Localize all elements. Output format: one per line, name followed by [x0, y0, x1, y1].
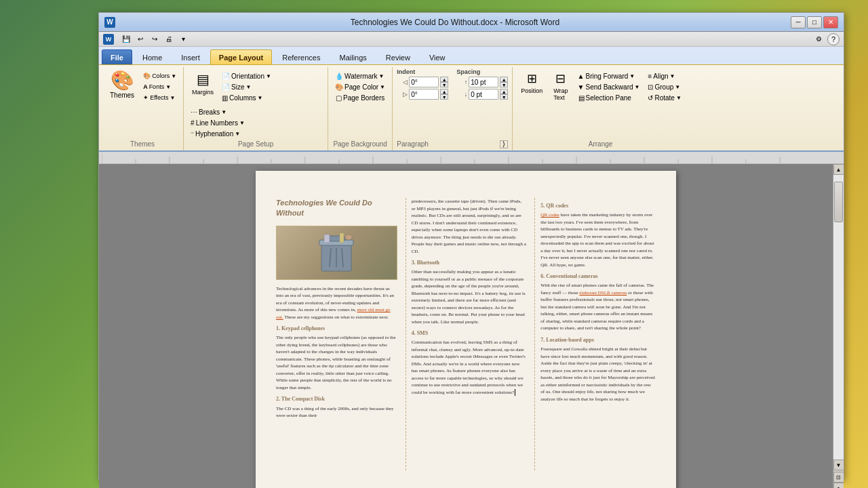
close-button[interactable]: ✕	[823, 16, 838, 28]
tab-view[interactable]: View	[420, 49, 454, 64]
prev-page-button[interactable]: ⊡	[833, 472, 844, 483]
page-color-button[interactable]: 🎨 Page Color ▼	[332, 82, 388, 92]
window-controls: ─ □ ✕	[791, 16, 838, 28]
vertical-scrollbar[interactable]: ▲ ▼ ⊡ ● ⊡	[833, 164, 844, 488]
bring-forward-label: Bring Forward	[586, 73, 629, 80]
themes-group-label: Themes	[106, 140, 179, 149]
margins-button[interactable]: ▤ Margins	[188, 68, 218, 98]
group-label: Group	[654, 83, 673, 91]
page-borders-button[interactable]: ▢ Page Borders	[332, 93, 388, 103]
tab-file[interactable]: File	[102, 49, 132, 64]
tab-page-layout[interactable]: Page Layout	[210, 49, 272, 64]
spacing-before-up[interactable]: ▲	[500, 77, 508, 82]
page-color-icon: 🎨	[335, 83, 343, 91]
save-quick-btn[interactable]: 💾	[120, 33, 132, 45]
ribbon-group-arrange: ⊞ Position ⊟ WrapText ▲ Bring Forw	[513, 67, 688, 150]
redo-btn[interactable]: ↪	[149, 33, 161, 45]
position-button[interactable]: ⊞ Position	[517, 68, 547, 97]
spacing-after-label: ↓	[456, 91, 467, 98]
spacing-before-input[interactable]	[469, 77, 498, 87]
tab-review[interactable]: Review	[377, 49, 419, 64]
restore-button[interactable]: □	[807, 16, 822, 28]
breaks-button[interactable]: ⋯ Breaks ▼	[188, 107, 248, 117]
rotate-button[interactable]: ↺ Rotate ▼	[645, 93, 684, 103]
wrap-text-label: WrapText	[553, 87, 568, 101]
window-title: Technologies We Could Do Without.docx - …	[119, 18, 791, 27]
breaks-icon: ⋯	[191, 108, 197, 116]
paragraph-dialog-launcher[interactable]: ⟩	[500, 140, 508, 148]
fonts-button[interactable]: A Fonts ▼	[140, 82, 179, 92]
hyphenation-icon: ⁻	[191, 130, 194, 138]
section-5-body: QR codes have taken the marketing indust…	[540, 211, 656, 268]
undo-btn[interactable]: ↩	[134, 33, 146, 45]
hyphenation-button[interactable]: ⁻ Hyphenation ▼	[188, 129, 248, 139]
watermark-button[interactable]: 💧 Watermark ▼	[332, 71, 388, 81]
section-2-body-cont: predecessors, the cassette tape (driven)…	[412, 198, 527, 255]
indent-right-up[interactable]: ▲	[440, 89, 448, 94]
spacing-after-up[interactable]: ▲	[500, 89, 508, 94]
effects-label: Effects	[150, 94, 168, 101]
themes-button[interactable]: 🎨 Themes	[106, 68, 138, 102]
watermark-arrow: ▼	[379, 73, 384, 79]
page-borders-label: Page Borders	[343, 94, 384, 102]
options-icon[interactable]: ⚙	[812, 33, 825, 45]
group-button[interactable]: ⊡ Group ▼	[645, 82, 684, 92]
tab-mailings[interactable]: Mailings	[330, 49, 375, 64]
select-browse-button[interactable]: ●	[833, 483, 844, 488]
align-icon: ≡	[648, 73, 652, 80]
columns-icon: ▥	[222, 94, 228, 102]
print-btn[interactable]: 🖨	[163, 33, 175, 45]
tab-home[interactable]: Home	[134, 49, 171, 64]
minimize-button[interactable]: ─	[791, 16, 806, 28]
word-window: W Technologies We Could Do Without.docx …	[98, 12, 844, 480]
orientation-button[interactable]: 📄 Orientation ▼	[219, 71, 274, 81]
columns-button[interactable]: ▥ Columns ▼	[219, 93, 274, 103]
document-content: Technologies We Could Do Without	[99, 164, 833, 488]
ribbon-group-page-background: 💧 Watermark ▼ 🎨 Page Color ▼ ▢ Page Bord…	[328, 67, 393, 150]
selection-pane-icon: ▤	[578, 94, 585, 102]
help-button[interactable]: ?	[827, 33, 840, 45]
paragraph-group-label: Paragraph	[397, 140, 429, 149]
title-bar: W Technologies We Could Do Without.docx …	[99, 13, 844, 32]
group-icon: ⊡	[648, 83, 653, 91]
selection-pane-button[interactable]: ▤ Selection Pane	[575, 93, 643, 103]
watermark-icon: 💧	[335, 73, 343, 80]
word-app-icon: W	[103, 34, 114, 45]
bring-forward-button[interactable]: ▲ Bring Forward ▼	[575, 71, 643, 81]
spacing-after-input[interactable]	[469, 89, 498, 100]
wrap-text-button[interactable]: ⊟ WrapText	[549, 68, 572, 104]
colors-icon: 🎨	[143, 73, 151, 79]
wrap-text-icon: ⊟	[555, 71, 566, 86]
scroll-track	[833, 175, 844, 460]
spacing-before-down[interactable]: ▼	[500, 82, 508, 87]
tab-insert[interactable]: Insert	[172, 49, 209, 64]
effects-button[interactable]: ✦ Effects ▼	[140, 93, 179, 102]
indent-left-down[interactable]: ▼	[440, 82, 448, 87]
line-numbers-button[interactable]: # Line Numbers ▼	[188, 118, 248, 128]
effects-icon: ✦	[143, 94, 149, 101]
quick-access-more[interactable]: ▾	[177, 33, 189, 45]
document-page[interactable]: Technologies We Could Do Without	[256, 171, 676, 488]
indent-right-input[interactable]	[409, 89, 439, 100]
section-6-title: 6. Conventional cameras	[540, 272, 656, 280]
scroll-thumb[interactable]	[834, 182, 843, 222]
spacing-after-down[interactable]: ▼	[500, 94, 508, 100]
colors-label: Colors	[152, 73, 170, 79]
scroll-up-button[interactable]: ▲	[833, 164, 844, 175]
position-icon: ⊞	[527, 71, 537, 86]
size-button[interactable]: 📄 Size ▼	[219, 82, 274, 92]
scroll-down-button[interactable]: ▼	[833, 460, 844, 470]
orientation-label: Orientation	[231, 73, 264, 80]
indent-right-down[interactable]: ▼	[440, 94, 448, 100]
tab-references[interactable]: References	[273, 49, 329, 64]
indent-left-up[interactable]: ▲	[440, 77, 448, 82]
send-backward-button[interactable]: ▼ Send Backward ▼	[575, 82, 643, 92]
word-icon: W	[104, 17, 115, 28]
group-arrow: ▼	[675, 84, 680, 90]
align-button[interactable]: ≡ Align ▼	[645, 71, 684, 81]
colors-button[interactable]: 🎨 Colors ▼	[140, 71, 179, 81]
column-2: predecessors, the cassette tape (driven)…	[406, 198, 527, 470]
fonts-icon: A	[143, 83, 148, 90]
rotate-icon: ↺	[648, 94, 653, 102]
indent-left-input[interactable]	[409, 77, 439, 87]
